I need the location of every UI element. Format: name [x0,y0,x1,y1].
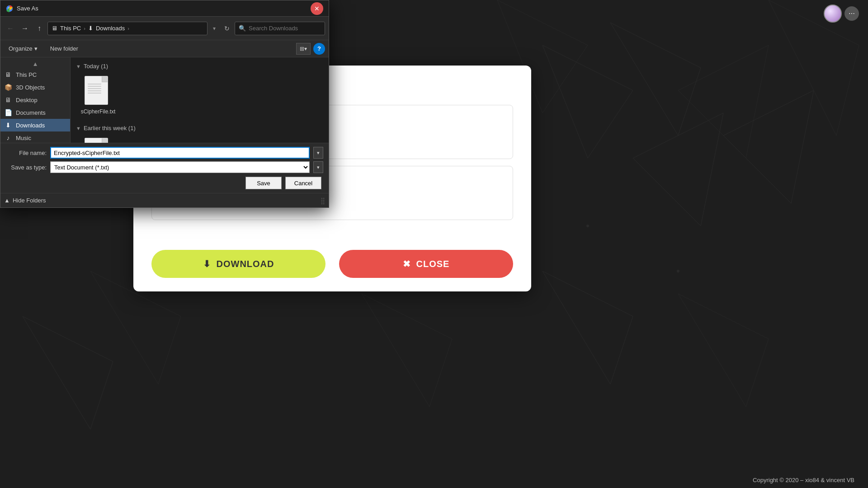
search-bar: 🔍 [235,22,325,35]
file-line [88,93,101,94]
svg-point-16 [677,270,679,272]
search-input[interactable] [249,25,321,32]
search-icon: 🔍 [239,25,246,32]
address-downloads: Downloads [96,25,125,32]
hide-folders-bar: ▲ Hide Folders ⣿ [0,193,329,207]
download-button[interactable]: ⬇ DOWNLOAD [151,250,326,278]
up-button[interactable]: ↑ [33,22,46,35]
new-folder-label: New folder [50,45,78,52]
documents-icon: 📄 [4,108,12,117]
file-line [88,86,101,87]
this-pc-icon: 🖥 [4,70,12,79]
filename-row: File name: ▾ [6,147,323,159]
form-buttons: Save Cancel [6,177,323,189]
this-pc-icon: 🖥 [52,25,57,32]
dots-icon: ⋯ [844,6,859,21]
view-button[interactable]: ⊞▾ [296,43,311,55]
savetype-dropdown-button[interactable]: ▾ [313,161,323,173]
dialog-files: ▼ Today (1) [71,57,329,143]
close-button[interactable]: ✖ CLOSE [339,250,513,278]
sidebar-downloads-label: Downloads [16,122,45,129]
sidebar-music-label: Music [16,135,31,141]
section-earlier-label: Earlier this week (1) [84,125,136,131]
toolbar-right: ⊞▾ ? [296,43,325,55]
earlier-file-grid [76,135,323,143]
file-line [88,84,101,84]
file-page [85,76,108,105]
file-page-lines [88,84,101,94]
filename-input[interactable] [50,147,310,159]
avatar-group: ⋯ [824,5,859,23]
savetype-row: Save as type: Text Document (*.txt) ▾ [6,161,323,173]
forward-button[interactable]: → [19,22,31,35]
back-button[interactable]: ← [4,22,17,35]
sidebar-desktop-label: Desktop [16,97,38,103]
close-label: CLOSE [416,259,450,269]
downloads-icon: ⬇ [88,25,93,32]
sidebar-item-documents[interactable]: 📄 Documents [0,106,70,119]
sidebar-item-downloads[interactable]: ⬇ Downloads [0,119,70,131]
file-icon-earlier [85,138,112,143]
section-header-earlier: ▼ Earlier this week (1) [76,125,323,131]
resize-handle: ⣿ [321,197,325,204]
file-line [88,90,101,91]
organize-button[interactable]: Organize ▾ [4,42,42,55]
organize-chevron-icon: ▾ [34,45,38,52]
dialog-form: File name: ▾ Save as type: Text Document… [0,143,329,193]
close-circle-icon: ✖ [403,258,411,269]
address-dropdown-button[interactable]: ▾ [209,23,219,33]
savetype-label: Save as type: [6,164,47,171]
today-file-grid: sCipherFile.txt [76,73,323,117]
hide-folders-label: Hide Folders [13,197,46,204]
savetype-select[interactable]: Text Document (*.txt) [50,161,310,173]
sidebar-3d-label: 3D Objects [16,84,45,91]
dialog-sidebar: ▲ 🖥 This PC 📦 3D Objects 🖥 Desktop 📄 Doc… [0,57,71,143]
sidebar-item-music[interactable]: ♪ Music [0,131,70,143]
file-page-earlier [85,138,108,143]
save-as-dialog: Save As ✕ ← → ↑ 🖥 This PC › ⬇ Downloads … [0,0,329,208]
address-bar: 🖥 This PC › ⬇ Downloads › [47,22,208,35]
dialog-titlebar: Save As ✕ [0,0,329,17]
file-name-scipher: sCipherFile.txt [81,108,116,115]
3d-objects-icon: 📦 [4,83,12,91]
navigation-toolbar: ← → ↑ 🖥 This PC › ⬇ Downloads › ▾ ↻ 🔍 [0,17,329,40]
file-item-scipher[interactable]: sCipherFile.txt [78,73,118,117]
section-header-today: ▼ Today (1) [76,63,323,70]
download-label: DOWNLOAD [217,259,274,269]
sidebar-item-desktop[interactable]: 🖥 Desktop [0,94,70,106]
copyright-text: Copyright © 2020 – xio84 & vincent VB [753,477,854,483]
address-this-pc: This PC [60,25,81,32]
file-icon [85,76,112,107]
new-folder-button[interactable]: New folder [46,42,83,55]
svg-point-15 [586,225,589,227]
dialog-close-button[interactable]: ✕ [311,2,323,15]
save-button[interactable]: Save [245,177,282,189]
avatar [824,5,842,23]
dialog-content: ▲ 🖥 This PC 📦 3D Objects 🖥 Desktop 📄 Doc… [0,57,329,143]
sidebar-item-this-pc[interactable]: 🖥 This PC [0,68,70,81]
section-today-label: Today (1) [84,63,108,70]
chevron-up-icon: ▲ [4,197,10,204]
filename-dropdown-button[interactable]: ▾ [313,147,323,159]
sidebar-scroll-up[interactable]: ▲ [0,59,70,68]
refresh-button[interactable]: ↻ [221,23,233,34]
organize-label: Organize [9,45,33,52]
hide-folders-button[interactable]: ▲ Hide Folders [4,197,46,204]
sidebar-item-3d-objects[interactable]: 📦 3D Objects [0,81,70,94]
dialog-title: Save As [17,5,311,12]
cancel-button[interactable]: Cancel [285,177,321,189]
file-item-earlier[interactable] [78,135,118,143]
help-button[interactable]: ? [313,43,325,55]
address-chevron1: › [84,26,85,31]
today-chevron-icon[interactable]: ▼ [76,64,81,69]
address-chevron2: › [127,26,129,31]
chrome-icon [6,5,13,12]
footer: Copyright © 2020 – xio84 & vincent VB [0,472,868,488]
downloads-sidebar-icon: ⬇ [4,121,12,129]
earlier-chevron-icon[interactable]: ▼ [76,126,81,131]
download-icon: ⬇ [203,258,211,269]
filename-label: File name: [6,150,47,156]
music-icon: ♪ [4,134,12,142]
action-toolbar: Organize ▾ New folder ⊞▾ ? [0,40,329,57]
sidebar-documents-label: Documents [16,109,46,116]
